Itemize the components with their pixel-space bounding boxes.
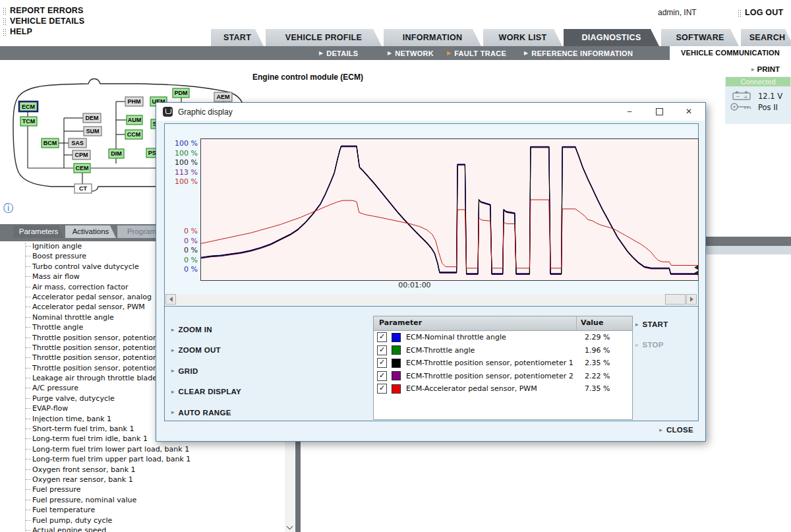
tab-vehicle-profile[interactable]: VEHICLE PROFILE <box>266 29 382 46</box>
module-node-cpm[interactable]: CPM <box>73 150 90 160</box>
y-axis-label: 0 % <box>166 256 198 266</box>
maximize-button[interactable] <box>648 103 670 121</box>
parameter-item[interactable]: Fuel temperature <box>26 505 285 515</box>
chart-plot-svg <box>200 138 699 281</box>
arrow-bullet-icon: ▸ <box>635 322 639 328</box>
scroll-left-button[interactable] <box>165 294 176 305</box>
module-node-tcm[interactable]: TCM <box>20 117 37 126</box>
dialog-panel: 100 %100 %100 %113 %100 % 0 %0 %0 %0 %0 … <box>164 123 699 421</box>
pane-tab-activations[interactable]: Activations <box>65 225 116 238</box>
module-node-phm[interactable]: PHM <box>125 97 143 106</box>
zoom-in-button[interactable]: ▸ZOOM IN <box>171 326 212 334</box>
tab-search[interactable]: SEARCH <box>741 29 791 46</box>
module-node-ct[interactable]: CT <box>74 184 92 193</box>
y-axis-label: 113 % <box>166 168 198 178</box>
series-checkbox[interactable]: ✓ <box>377 345 387 355</box>
column-header-value: Value <box>576 316 632 330</box>
module-label: CT <box>79 185 87 192</box>
stop-button: ▸ STOP <box>635 341 664 349</box>
y-axis-label: 0 % <box>166 265 198 275</box>
clear-display-button[interactable]: ▸CLEAR DISPLAY <box>171 388 241 396</box>
chart-scrollbar[interactable] <box>165 294 697 305</box>
scroll-down-button[interactable] <box>285 522 295 532</box>
module-node-dem[interactable]: DEM <box>83 113 101 123</box>
module-node-sas[interactable]: SAS <box>69 138 86 148</box>
table-body: ✓ECM-Nominal throttle angle2.29 %✓ECM-Th… <box>374 331 632 396</box>
module-label: AEM <box>217 94 230 100</box>
subnav-reference-information[interactable]: ▶REFERENCE INFORMATION <box>524 46 633 60</box>
series-checkbox[interactable]: ✓ <box>377 384 387 394</box>
pane-tab-parameters[interactable]: Parameters <box>13 225 64 238</box>
series-label: ECM-Throttle position sensor, potentiome… <box>401 359 581 367</box>
series-checkbox[interactable]: ✓ <box>377 332 387 342</box>
subnav-label: FAULT TRACE <box>454 49 506 57</box>
grid-button[interactable]: ▸GRID <box>171 367 198 375</box>
parameter-item[interactable]: Oxygen rear sensor, bank 1 <box>26 475 285 485</box>
series-value: 2.29 % <box>581 333 632 341</box>
close-button[interactable]: ▸ CLOSE <box>659 426 693 434</box>
parameter-item[interactable]: Oxygen front sensor, bank 1 <box>26 465 285 475</box>
scroll-thumb[interactable] <box>665 294 686 305</box>
zoom-out-button[interactable]: ▸ZOOM OUT <box>171 346 221 354</box>
trace-ecm-throttle-angle <box>201 146 698 274</box>
close-window-button[interactable]: ✕ <box>678 103 700 121</box>
module-label: PDM <box>175 90 188 96</box>
tab-information[interactable]: INFORMATION <box>384 29 481 46</box>
tab-diagnostics[interactable]: DIAGNOSTICS <box>564 29 659 46</box>
subnav-network[interactable]: ▶NETWORK <box>388 46 434 60</box>
parameter-item[interactable]: Fuel pressure <box>26 485 285 494</box>
series-color-swatch <box>392 345 401 355</box>
module-node-cem[interactable]: CEM <box>74 163 90 173</box>
arrow-bullet-icon: ▸ <box>635 342 639 348</box>
module-node-bcm[interactable]: BCM <box>42 138 59 148</box>
module-label: SUM <box>86 128 100 134</box>
start-label: START <box>643 320 668 328</box>
ignition-key-icon <box>730 102 753 111</box>
chart-zone: 100 %100 %100 %113 %100 % 0 %0 %0 %0 %0 … <box>165 124 698 307</box>
module-label: SAS <box>71 140 84 146</box>
table-row: ✓ECM-Throttle position sensor, potentiom… <box>374 357 632 370</box>
module-node-dim[interactable]: DIM <box>109 149 124 158</box>
table-row: ✓ECM-Accelerator pedal sensor, PWM7.35 % <box>374 382 632 396</box>
arrow-bullet-icon: ▸ <box>171 368 175 374</box>
y-axis-label: 100 % <box>166 177 198 187</box>
series-checkbox[interactable]: ✓ <box>377 371 387 381</box>
tab-software[interactable]: SOFTWARE <box>661 29 739 46</box>
series-checkbox[interactable]: ✓ <box>377 358 387 368</box>
module-node-aum[interactable]: AUM <box>127 115 142 125</box>
parameter-item[interactable]: Long-term fuel trim upper part load, ban… <box>26 454 285 464</box>
subnav-details[interactable]: ▶DETAILS <box>319 46 359 60</box>
logout-button[interactable]: LOG OUT <box>738 8 783 17</box>
parameter-item[interactable]: Long-term fuel trim lower part load, ban… <box>26 444 285 454</box>
minimize-button[interactable]: – <box>618 103 641 121</box>
scroll-right-button[interactable] <box>686 294 697 305</box>
arrow-icon: ▶ <box>447 51 451 56</box>
stop-label: STOP <box>643 341 664 349</box>
subnav-fault-trace[interactable]: ▶FAULT TRACE <box>447 46 506 60</box>
module-node-ecm[interactable]: ECM <box>19 102 38 111</box>
tool-button-label: CLEAR DISPLAY <box>179 388 242 396</box>
print-button[interactable]: ▸ PRINT <box>751 65 780 73</box>
time-tick-label: 00:01:00 <box>398 281 430 289</box>
module-node-sum[interactable]: SUM <box>84 127 102 136</box>
module-node-pdm[interactable]: PDM <box>173 88 189 98</box>
tool-button-label: GRID <box>179 367 198 375</box>
module-node-ccm[interactable]: CCM <box>125 130 142 139</box>
triangle-left-icon <box>169 297 173 302</box>
auto-range-button[interactable]: ▸AUTO RANGE <box>171 409 231 417</box>
print-label: PRINT <box>757 65 780 73</box>
parameter-item[interactable]: Fuel pressure, nominal value <box>26 495 285 505</box>
tab-vehicle-communication[interactable]: VEHICLE COMMUNICATION <box>670 46 791 60</box>
series-value: 2.22 % <box>581 372 632 380</box>
module-node-aem[interactable]: AEM <box>214 92 232 102</box>
start-button[interactable]: ▸ START <box>635 320 668 328</box>
tab-work-list[interactable]: WORK LIST <box>483 29 562 46</box>
module-label: CPM <box>75 152 88 158</box>
tool-button-label: ZOOM OUT <box>179 346 221 354</box>
triangle-right-icon <box>690 297 693 302</box>
info-icon[interactable]: ⓘ <box>3 202 14 216</box>
parameter-item[interactable]: Fuel pump, duty cycle <box>26 516 285 525</box>
trace-ecm-throttle-position-sensor-potentiometer-2 <box>201 147 698 275</box>
parameter-item[interactable]: Actual engine speed <box>26 525 285 532</box>
y-axis-label: 100 % <box>166 158 198 168</box>
